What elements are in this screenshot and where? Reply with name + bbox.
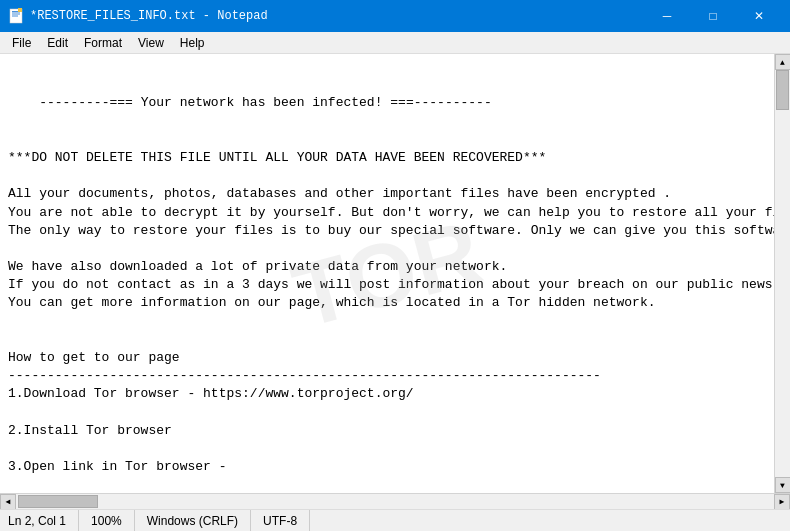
- file-content: ---------=== Your network has been infec…: [8, 95, 774, 493]
- scroll-down-button[interactable]: ▼: [775, 477, 791, 493]
- svg-rect-4: [18, 8, 22, 12]
- menu-bar: File Edit Format View Help: [0, 32, 790, 54]
- window-title: *RESTORE_FILES_INFO.txt - Notepad: [30, 9, 268, 23]
- text-area[interactable]: TOR ---------=== Your network has been i…: [0, 54, 774, 493]
- status-line-col: Ln 2, Col 1: [8, 510, 79, 531]
- menu-view[interactable]: View: [130, 34, 172, 52]
- menu-edit[interactable]: Edit: [39, 34, 76, 52]
- menu-format[interactable]: Format: [76, 34, 130, 52]
- title-bar-left: *RESTORE_FILES_INFO.txt - Notepad: [8, 8, 268, 24]
- title-bar: *RESTORE_FILES_INFO.txt - Notepad ─ □ ✕: [0, 0, 790, 32]
- content-wrapper: TOR ---------=== Your network has been i…: [0, 54, 790, 493]
- status-zoom: 100%: [79, 510, 135, 531]
- scroll-left-button[interactable]: ◀: [0, 494, 16, 510]
- h-scroll-thumb[interactable]: [18, 495, 98, 508]
- scroll-track[interactable]: [775, 70, 790, 477]
- minimize-button[interactable]: ─: [644, 0, 690, 32]
- status-line-ending: Windows (CRLF): [135, 510, 251, 531]
- h-scroll-track[interactable]: [16, 494, 774, 509]
- scroll-thumb[interactable]: [776, 70, 789, 110]
- vertical-scrollbar[interactable]: ▲ ▼: [774, 54, 790, 493]
- scroll-up-button[interactable]: ▲: [775, 54, 791, 70]
- maximize-button[interactable]: □: [690, 0, 736, 32]
- status-bar: Ln 2, Col 1 100% Windows (CRLF) UTF-8: [0, 509, 790, 531]
- svg-rect-2: [12, 14, 20, 15]
- window-controls[interactable]: ─ □ ✕: [644, 0, 782, 32]
- scroll-right-button[interactable]: ▶: [774, 494, 790, 510]
- status-encoding: UTF-8: [251, 510, 310, 531]
- close-button[interactable]: ✕: [736, 0, 782, 32]
- menu-file[interactable]: File: [4, 34, 39, 52]
- menu-help[interactable]: Help: [172, 34, 213, 52]
- notepad-icon: [8, 8, 24, 24]
- horizontal-scrollbar[interactable]: ◀ ▶: [0, 493, 790, 509]
- svg-rect-3: [12, 16, 18, 17]
